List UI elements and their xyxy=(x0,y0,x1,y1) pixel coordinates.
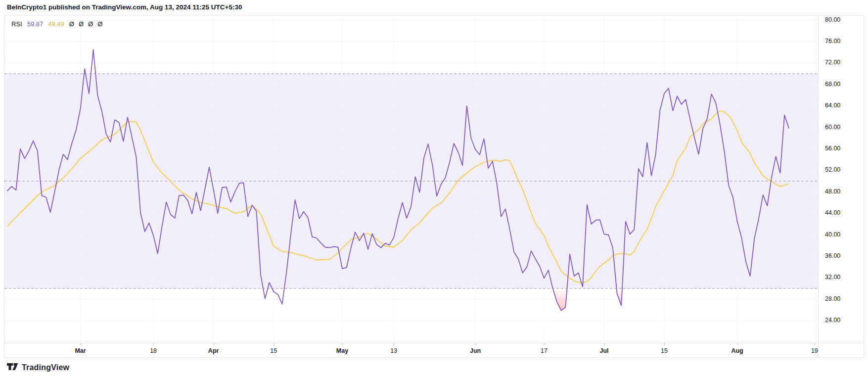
tradingview-logo-text[interactable]: TradingView xyxy=(22,363,69,372)
time-axis-label: Mar xyxy=(66,347,95,354)
time-axis-tick xyxy=(604,343,605,345)
time-axis-tick xyxy=(737,343,738,345)
empty-value-symbols: ØØØØ xyxy=(69,20,103,28)
page-title: BeInCrypto1 published on TradingView.com… xyxy=(7,3,242,11)
price-axis-label: 80.00 xyxy=(825,16,840,23)
price-axis-label: 60.00 xyxy=(825,124,840,131)
tradingview-logo-icon[interactable] xyxy=(7,363,18,372)
price-axis-label: 48.00 xyxy=(825,188,840,195)
time-axis-label: 17 xyxy=(529,347,559,354)
time-axis[interactable]: Mar18Apr15May13Jun17Jul15Aug19 xyxy=(4,343,818,358)
price-axis[interactable]: 80.0076.0072.0068.0064.0060.0056.0052.00… xyxy=(818,15,864,343)
time-axis-tick xyxy=(544,343,545,345)
time-axis-tick xyxy=(214,343,214,345)
time-axis-label: 18 xyxy=(138,347,168,354)
time-axis-label: Jul xyxy=(590,347,619,354)
time-axis-label: Aug xyxy=(723,347,752,354)
time-axis-tick xyxy=(394,343,394,345)
time-axis-tick xyxy=(342,343,343,345)
price-axis-label: 64.00 xyxy=(825,102,840,109)
price-axis-label: 32.00 xyxy=(825,274,840,281)
price-axis-label: 76.00 xyxy=(825,38,840,45)
time-axis-tick xyxy=(81,343,81,345)
time-axis-label: May xyxy=(327,347,357,354)
price-axis-label: 56.00 xyxy=(825,145,840,152)
null-value-symbol: Ø xyxy=(97,20,102,28)
ma-last-value: 49.49 xyxy=(48,20,64,28)
rsi-last-value: 59.87 xyxy=(27,20,44,28)
null-value-symbol: Ø xyxy=(79,20,84,28)
time-axis-label: Jun xyxy=(460,347,490,354)
price-axis-label: 36.00 xyxy=(825,252,840,259)
time-axis-label: Apr xyxy=(199,347,228,354)
rsi-chart-svg[interactable] xyxy=(4,15,818,343)
time-axis-tick xyxy=(815,343,815,345)
axis-corner xyxy=(818,343,864,358)
time-axis-tick xyxy=(664,343,665,345)
footer: TradingView xyxy=(7,363,69,372)
time-axis-label: 15 xyxy=(649,347,679,354)
price-axis-label: 52.00 xyxy=(825,166,840,173)
time-axis-tick xyxy=(153,343,154,345)
time-axis-tick xyxy=(274,343,274,345)
indicator-name: RSI xyxy=(11,20,22,28)
price-axis-label: 44.00 xyxy=(825,209,840,216)
indicator-legend: RSI 59.87 49.49 ØØØØ xyxy=(11,20,102,28)
time-axis-tick xyxy=(475,343,476,345)
time-axis-label: 13 xyxy=(379,347,409,354)
time-axis-label: 15 xyxy=(259,347,288,354)
price-axis-label: 28.00 xyxy=(825,295,840,302)
null-value-symbol: Ø xyxy=(88,20,93,28)
price-axis-label: 68.00 xyxy=(825,81,840,88)
chart-frame: RSI 59.87 49.49 ØØØØ 80.0076.0072.0068.0… xyxy=(4,15,864,358)
price-axis-label: 40.00 xyxy=(825,231,840,238)
null-value-symbol: Ø xyxy=(69,20,74,28)
rsi-pane[interactable]: RSI 59.87 49.49 ØØØØ xyxy=(4,15,818,343)
price-axis-label: 72.00 xyxy=(825,59,840,66)
price-axis-label: 24.00 xyxy=(825,317,840,324)
tradingview-published-chart: BeInCrypto1 published on TradingView.com… xyxy=(0,0,868,380)
